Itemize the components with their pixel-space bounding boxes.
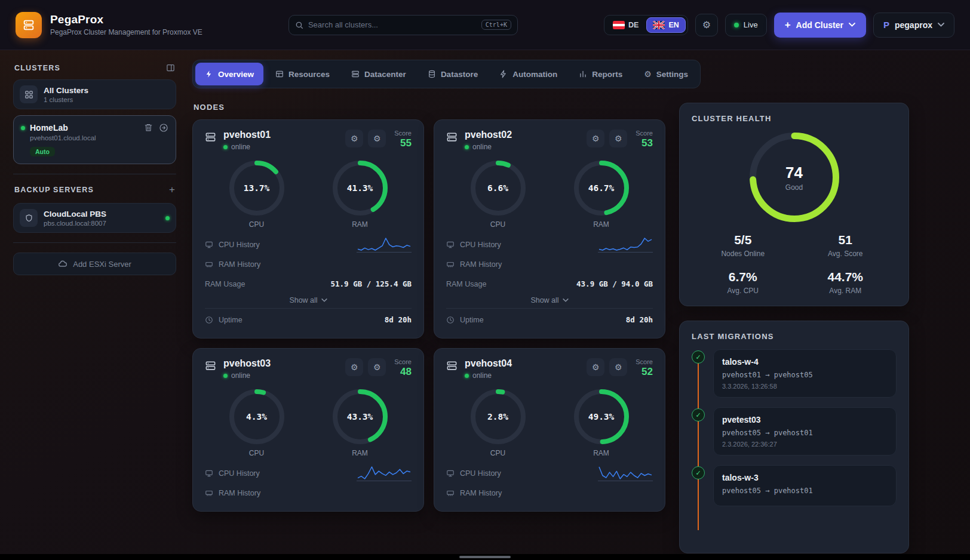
header-settings-button[interactable]: ⚙ xyxy=(695,14,718,36)
clock-icon xyxy=(205,316,213,324)
open-cluster-button[interactable] xyxy=(159,123,168,133)
stat-label: Avg. RAM xyxy=(794,287,897,295)
cpu-gauge-label: CPU xyxy=(471,220,526,229)
node-name: pvehost03 xyxy=(223,358,271,369)
cluster-online-dot xyxy=(21,126,25,130)
ram-gauge: 43.3% xyxy=(333,389,388,444)
global-search[interactable]: Ctrl+K xyxy=(288,15,518,35)
plus-icon: + xyxy=(169,184,175,196)
ram-gauge-value: 46.7% xyxy=(574,161,629,216)
memory-icon xyxy=(205,260,213,269)
lang-de-button[interactable]: DE xyxy=(606,17,645,33)
add-esxi-server-button[interactable]: Add ESXi Server xyxy=(13,253,176,275)
ram-gauge-value: 49.3% xyxy=(574,389,629,444)
collapse-panel-button[interactable] xyxy=(166,63,175,72)
node-settings-button[interactable]: ⚙ xyxy=(345,358,363,376)
score-value: 48 xyxy=(394,366,412,378)
divider xyxy=(446,308,653,309)
tab-datastore[interactable]: Datastore xyxy=(418,63,487,85)
check-circle-icon: ✓ xyxy=(692,408,705,421)
cluster-auto-badge: Auto xyxy=(30,147,55,156)
migration-time: 3.3.2026, 13:26:58 xyxy=(722,383,888,390)
nodes-section-title: NODES xyxy=(194,103,665,112)
sidebar-item-backup-pbs[interactable]: CloudLocal PBS pbs.cloud.local:8007 xyxy=(13,203,176,233)
cpu-gauge-label: CPU xyxy=(471,449,526,457)
monitor-icon xyxy=(446,469,455,478)
node-name: pvehost04 xyxy=(465,358,512,369)
ram-gauge-label: RAM xyxy=(333,449,388,457)
chevron-down-icon xyxy=(849,23,855,27)
cluster-health-gauge: 74 Good xyxy=(750,133,839,222)
node-card-pvehost04: pvehost04 online ⚙ ⚙ Score 52 xyxy=(434,348,665,512)
migration-vm-name: talos-w-4 xyxy=(722,357,888,367)
score-label: Score xyxy=(394,130,412,137)
search-input[interactable] xyxy=(308,20,477,29)
pegaprox-logo-icon xyxy=(16,12,42,38)
node-grid: pvehost01 online ⚙ ⚙ Score 55 xyxy=(192,119,665,512)
live-dot-icon xyxy=(734,23,739,27)
arrow-circle-right-icon xyxy=(159,123,168,133)
ram-gauge-label: RAM xyxy=(333,220,388,229)
cpu-gauge: 4.3% xyxy=(229,389,284,444)
node-config-button[interactable]: ⚙ xyxy=(368,358,386,376)
node-config-button[interactable]: ⚙ xyxy=(368,130,386,147)
search-icon xyxy=(295,21,303,29)
node-config-button[interactable]: ⚙ xyxy=(609,358,627,376)
show-all-toggle[interactable]: Show all xyxy=(530,296,568,304)
uptime-value: 8d 20h xyxy=(385,315,412,324)
memory-icon xyxy=(446,260,455,269)
main-content: Overview Resources Datacenter Datastore … xyxy=(192,60,970,560)
app-subtitle: PegaProx Cluster Management for Proxmox … xyxy=(50,28,202,36)
memory-icon xyxy=(205,489,213,497)
chevron-down-icon xyxy=(938,23,944,27)
tab-resources[interactable]: Resources xyxy=(266,63,339,85)
drag-handle[interactable] xyxy=(459,556,511,558)
app-title: PegaProx xyxy=(50,13,202,26)
migrations-list: ✓ talos-w-4 pvehost01 → pvehost05 3.3.20… xyxy=(692,349,897,506)
show-all-toggle[interactable]: Show all xyxy=(289,296,327,304)
online-dot xyxy=(465,145,469,149)
gear-icon: ⚙ xyxy=(615,134,622,143)
uptime-label: Uptime xyxy=(219,316,242,324)
stat-value: 5/5 xyxy=(692,233,794,247)
tab-settings[interactable]: ⚙ Settings xyxy=(634,63,698,85)
tab-datacenter[interactable]: Datacenter xyxy=(342,63,416,85)
tab-automation[interactable]: Automation xyxy=(490,63,567,85)
add-backup-server-button[interactable]: + xyxy=(169,184,175,196)
sidebar-item-all-clusters[interactable]: All Clusters 1 clusters xyxy=(13,79,176,109)
migration-vm-name: pvetest03 xyxy=(722,415,888,424)
sidebar-item-cluster-homelab[interactable]: HomeLab pvehost01.cloud.local Auto xyxy=(13,115,176,164)
add-esxi-label: Add ESXi Server xyxy=(73,260,131,269)
lang-en-button[interactable]: EN xyxy=(646,17,685,33)
migration-item: ✓ pvetest03 pvehost05 → pvehost01 2.3.20… xyxy=(692,407,897,456)
node-config-button[interactable]: ⚙ xyxy=(609,130,627,147)
health-score: 74 xyxy=(785,164,803,182)
node-status: online xyxy=(231,143,250,151)
node-settings-button[interactable]: ⚙ xyxy=(587,358,604,376)
ram-gauge-label: RAM xyxy=(574,449,629,457)
tab-overview[interactable]: Overview xyxy=(195,63,263,85)
ram-history-label: RAM History xyxy=(460,489,502,497)
monitor-icon xyxy=(446,241,455,249)
cpu-gauge: 6.6% xyxy=(471,161,526,216)
all-clusters-title: All Clusters xyxy=(44,86,88,95)
migration-route: pvehost05 → pvehost01 xyxy=(722,429,888,437)
shield-icon xyxy=(20,209,38,227)
cluster-name: HomeLab xyxy=(30,123,68,133)
cpu-gauge-value: 2.8% xyxy=(471,389,526,444)
panel-icon xyxy=(166,63,175,72)
cpu-sparkline xyxy=(598,466,653,481)
migrations-title: LAST MIGRATIONS xyxy=(692,332,897,341)
user-menu-button[interactable]: P pegaprox xyxy=(873,13,954,38)
node-settings-button[interactable]: ⚙ xyxy=(587,130,604,147)
gear-icon: ⚙ xyxy=(592,363,600,371)
sidebar: CLUSTERS All Clusters 1 clusters HomeLab xyxy=(13,60,176,560)
ram-gauge-value: 41.3% xyxy=(333,161,388,216)
live-indicator[interactable]: Live xyxy=(725,14,767,36)
add-cluster-button[interactable]: + Add Cluster xyxy=(774,13,866,38)
node-settings-button[interactable]: ⚙ xyxy=(345,130,363,147)
delete-cluster-button[interactable] xyxy=(144,123,153,133)
add-cluster-label: Add Cluster xyxy=(796,20,843,30)
tab-reports[interactable]: Reports xyxy=(569,63,632,85)
cpu-sparkline xyxy=(357,466,412,481)
